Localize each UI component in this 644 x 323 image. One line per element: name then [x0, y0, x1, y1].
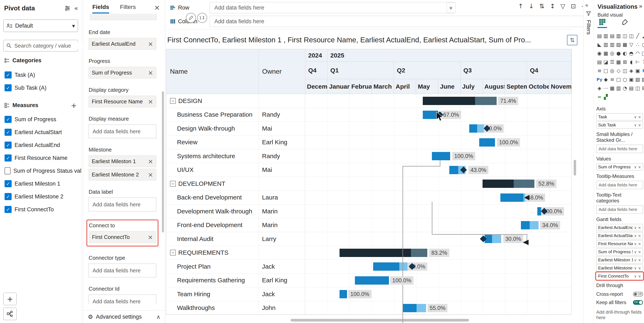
- toggle-switch[interactable]: On: [633, 300, 643, 305]
- viz-funnel-chart-icon[interactable]: ▽: [628, 40, 634, 49]
- remove-icon[interactable]: ×: [148, 69, 153, 76]
- viz-field-chip-sum-of-progress-statu[interactable]: Sum of Progress Statu...∨×: [596, 248, 643, 255]
- collapse-visualizations-icon[interactable]: »: [639, 2, 642, 10]
- remove-icon[interactable]: ×: [638, 226, 641, 230]
- measure-item[interactable]: ✓Sum of Progress: [0, 113, 81, 126]
- expand-wells-button[interactable]: »: [447, 2, 456, 13]
- viz-image-icon[interactable]: ▣: [628, 75, 634, 84]
- viz-pie-chart-icon[interactable]: ◔: [641, 40, 644, 49]
- viz-azure-map-icon[interactable]: ◓: [628, 49, 634, 58]
- viz-field-chip-earliest-milestone-2[interactable]: Earliest Milestone 2∨×: [596, 264, 643, 272]
- remove-icon[interactable]: ×: [638, 165, 641, 169]
- checkbox-icon[interactable]: ✓: [4, 142, 12, 149]
- field-chip-earliest-milestone-2[interactable]: Earliest Milestone 2×: [88, 169, 156, 180]
- task-bar[interactable]: [355, 276, 389, 284]
- viz-map-icon[interactable]: ◎: [609, 49, 615, 58]
- viz-scorecard-icon[interactable]: ▣: [634, 66, 641, 75]
- swap-axes-icon[interactable]: ⇅: [539, 2, 544, 10]
- field-chip-earliest-mileston-1[interactable]: Earliest Mileston 1×: [88, 156, 156, 167]
- collapse-group-icon[interactable]: −: [170, 181, 176, 186]
- viz-custom-visual-5-icon[interactable]: ▥: [615, 84, 622, 92]
- measure-item[interactable]: ✓Earliest Mileston 1: [0, 177, 81, 190]
- gantt-task-row[interactable]: Team HiringJack100.0%: [166, 287, 571, 301]
- viz-waterfall-chart-icon[interactable]: ▦: [622, 40, 628, 49]
- gantt-task-row[interactable]: Project PlanJack80.0%: [166, 260, 571, 274]
- viz-100-stacked-column-chart-icon[interactable]: ◫: [628, 32, 634, 40]
- viz-custom-visual-9-icon[interactable]: ⊞: [641, 84, 644, 92]
- viz-python-visual-icon[interactable]: Py: [596, 75, 603, 84]
- scrollbar-thumb[interactable]: [162, 91, 164, 232]
- viz-field-chip-sub-task[interactable]: Sub Task∨×: [596, 122, 643, 128]
- viz-text-box-icon[interactable]: ≡: [609, 75, 615, 84]
- column-well-dropzone[interactable]: Add data fields here: [210, 16, 586, 27]
- viz-kpi-icon[interactable]: ◪: [603, 58, 609, 66]
- gantt-group-row[interactable]: −DEVELOPMENT52.8%: [166, 177, 571, 191]
- viz-r-script-visual-icon[interactable]: R: [641, 66, 644, 75]
- viz-stacked-area-chart-icon[interactable]: ◣: [596, 40, 603, 49]
- checkbox-icon[interactable]: ✓: [4, 193, 12, 200]
- viz-line-and-clustered-column-chart-icon[interactable]: ▥: [609, 40, 615, 49]
- viz-area-chart-icon[interactable]: ◢: [641, 32, 644, 40]
- viz-ribbon-chart-icon[interactable]: ▨: [615, 40, 622, 49]
- empty-viz-well[interactable]: Add data fields here: [596, 145, 643, 153]
- checkbox-icon[interactable]: ✓: [4, 84, 12, 91]
- viz-matrix-icon[interactable]: ⊞: [622, 58, 628, 66]
- field-chip-first-resource-name[interactable]: First Resource Name×: [88, 96, 156, 107]
- field-chip-sum-of-progress[interactable]: Sum of Progress×: [88, 67, 156, 78]
- gantt-task-row[interactable]: Business Case PreparationRandy67.0%: [166, 108, 571, 122]
- remove-icon[interactable]: ×: [148, 40, 153, 48]
- measure-item[interactable]: Sum of Progress Status val: [0, 164, 81, 177]
- checkbox-icon[interactable]: ✓: [4, 180, 12, 187]
- empty-viz-well[interactable]: Add data fields here: [596, 205, 643, 214]
- viz-metrics-icon[interactable]: ◎: [609, 66, 615, 75]
- checkbox-icon[interactable]: ✓: [4, 116, 12, 123]
- viz-donut-chart-icon[interactable]: ◉: [596, 49, 603, 58]
- chevron-down-icon[interactable]: ∨: [634, 226, 637, 230]
- tab-fields[interactable]: Fields: [92, 4, 109, 14]
- task-bar[interactable]: [484, 235, 501, 243]
- add-field-button[interactable]: +: [3, 293, 16, 305]
- viz-get-more-visuals-icon[interactable]: ⋯: [603, 84, 609, 92]
- empty-field-well[interactable]: Add data fields here: [88, 294, 156, 304]
- empty-viz-well[interactable]: Add data fields here: [596, 181, 643, 189]
- measure-item[interactable]: ✓Earliest Milestone 2: [0, 190, 81, 203]
- viz-field-chip-first-connectto[interactable]: First ConnectTo∨×: [596, 272, 643, 280]
- filter-icon[interactable]: ▽: [560, 2, 565, 10]
- chevron-down-icon[interactable]: ∨: [634, 258, 637, 262]
- task-bar[interactable]: [479, 138, 495, 146]
- row-well-dropzone[interactable]: Add data fields here: [210, 2, 454, 13]
- field-chip-earliest-actualend[interactable]: Earliest ActualEnd×: [88, 38, 156, 50]
- viz-clustered-bar-chart-icon[interactable]: ▤: [609, 32, 615, 40]
- remove-icon[interactable]: ×: [638, 258, 641, 262]
- search-box[interactable]: [3, 40, 78, 52]
- chevron-down-icon[interactable]: ∨: [634, 115, 637, 119]
- viz-dual-kpi-icon[interactable]: ◫: [622, 66, 628, 75]
- sort-order-button[interactable]: 1↕: [197, 13, 207, 23]
- collapse-group-icon[interactable]: −: [170, 98, 176, 104]
- panel-options-icon[interactable]: [64, 5, 70, 12]
- task-bar[interactable]: [340, 290, 347, 298]
- popout-icon[interactable]: ⊡: [571, 2, 576, 10]
- sort-icon[interactable]: ↕: [550, 2, 555, 10]
- task-bar[interactable]: [500, 194, 527, 202]
- viz-ai-insights-icon[interactable]: ◆: [603, 75, 609, 84]
- viz-field-chip-task[interactable]: Task∨×: [596, 113, 643, 120]
- viz-filled-map-icon[interactable]: ●: [615, 49, 622, 58]
- chevron-down-icon[interactable]: ∨: [634, 234, 637, 238]
- viz-custom-visual-3-icon[interactable]: ◈: [596, 84, 603, 92]
- sort-menu-button[interactable]: ⇅: [567, 35, 578, 45]
- viz-field-chip-sum-of-progress[interactable]: Sum of Progress∨×: [596, 163, 643, 170]
- search-input[interactable]: [14, 42, 84, 49]
- gantt-task-row[interactable]: Design Walk-throughMai50.0%: [166, 122, 571, 136]
- task-bar[interactable]: [469, 124, 484, 133]
- viz-custom-visual-2-icon[interactable]: ▨: [641, 75, 644, 84]
- viz-smart-narrative-icon[interactable]: ≡: [596, 66, 603, 75]
- viz-line-and-stacked-column-chart-icon[interactable]: ▥: [603, 40, 609, 49]
- viz-custom-visual-6-icon[interactable]: ◔: [622, 84, 628, 92]
- collapse-group-icon[interactable]: −: [170, 250, 176, 256]
- category-item[interactable]: ✓Task (A): [0, 68, 81, 81]
- remove-icon[interactable]: ×: [148, 98, 153, 105]
- gantt-task-row[interactable]: Systems architectureRandy100.0%: [166, 149, 571, 163]
- tab-analytics[interactable]: [642, 19, 644, 28]
- remove-icon[interactable]: ×: [638, 274, 641, 278]
